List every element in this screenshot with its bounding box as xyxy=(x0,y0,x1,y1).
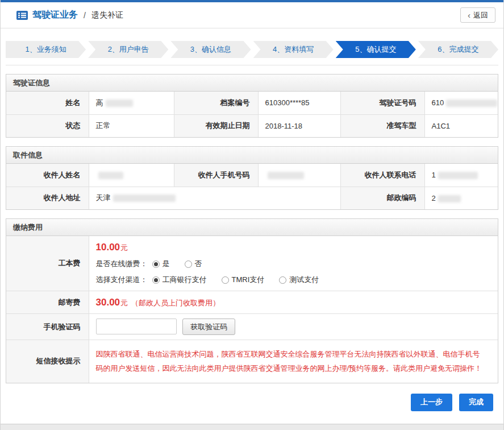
sms-code-cell: 获取验证码 xyxy=(89,314,498,340)
file-number-label: 档案编号 xyxy=(174,92,258,114)
step-tab-2[interactable]: 2、用户申告 xyxy=(88,41,168,58)
cost-fee-cell: 10.00元 是否在线缴费： 是 否 xyxy=(89,236,498,291)
table-row: 短信接收提示 因陕西省联通、电信运营商技术问题，陕西省互联网交通安全综合服务管理… xyxy=(6,340,498,383)
radio-unchecked-icon xyxy=(185,261,192,268)
postage-fee-cell: 30.00元（邮政人员上门收取费用） xyxy=(89,291,498,314)
redacted-text xyxy=(268,172,304,179)
redacted-text xyxy=(438,195,461,202)
recipient-address-value: 天津 xyxy=(89,187,340,209)
step-tab-3[interactable]: 3、确认信息 xyxy=(170,41,251,58)
page-header: 驾驶证业务 / 遗失补证 ‹ 返回 xyxy=(1,2,503,28)
recipient-phone-label: 收件人手机号码 xyxy=(174,164,258,187)
online-no-radio[interactable]: 否 xyxy=(185,259,202,269)
channel-test-label: 测试支付 xyxy=(289,275,319,285)
table-row: 收件人地址 天津 邮政编码 2 xyxy=(6,187,498,209)
radio-checked-icon xyxy=(152,276,160,284)
sms-code-input[interactable] xyxy=(96,319,177,334)
fee-table: 工本费 10.00元 是否在线缴费： 是 xyxy=(6,236,498,383)
channel-tmri-label: TMRI支付 xyxy=(232,275,265,285)
channel-test-radio[interactable]: 测试支付 xyxy=(279,275,319,285)
table-row: 邮寄费 30.00元（邮政人员上门收取费用） xyxy=(6,291,498,314)
step-tab-4[interactable]: 4、资料填写 xyxy=(253,41,334,58)
back-chevron-icon: ‹ xyxy=(468,11,470,19)
name-label: 姓名 xyxy=(6,92,89,114)
vehicle-type-label: 准驾车型 xyxy=(340,114,424,137)
fee-section: 缴纳费用 工本费 10.00元 是否在线缴费： 是 xyxy=(6,218,498,383)
status-label: 状态 xyxy=(6,114,89,137)
expiry-label: 有效期止日期 xyxy=(174,114,258,137)
payment-channel-row: 选择支付渠道： 工商银行支付 TMRI支付 测试支付 xyxy=(96,275,491,285)
redacted-text xyxy=(106,100,133,107)
postage-fee-label: 邮寄费 xyxy=(6,291,89,314)
pickup-info-section: 取件信息 收件人姓名 收件人手机号码 收件人联系电话 1 收件人地址 天津 邮政… xyxy=(6,146,498,210)
file-number-value: 610300****85 xyxy=(258,92,340,114)
license-number-value: 610 xyxy=(424,92,498,114)
back-button-label: 返回 xyxy=(473,10,488,20)
table-row: 状态 正常 有效期止日期 2018-11-18 准驾车型 A1C1 xyxy=(6,114,498,137)
back-button[interactable]: ‹ 返回 xyxy=(460,7,495,23)
footer-actions: 上一步 完成 xyxy=(11,394,493,411)
online-payment-row: 是否在线缴费： 是 否 xyxy=(96,259,491,269)
finish-button[interactable]: 完成 xyxy=(459,394,493,411)
breadcrumb-separator: / xyxy=(84,11,86,20)
recipient-tel-label: 收件人联系电话 xyxy=(340,164,424,187)
redacted-text xyxy=(446,100,497,107)
status-value: 正常 xyxy=(89,114,174,137)
license-info-table: 姓名 高 档案编号 610300****85 驾驶证号码 610 状态 正常 有… xyxy=(6,92,498,137)
radio-unchecked-icon xyxy=(279,276,286,284)
previous-step-button[interactable]: 上一步 xyxy=(411,394,452,411)
page-title: 驾驶证业务 xyxy=(32,9,78,21)
step-navigation: 1、业务须知 2、用户申告 3、确认信息 4、资料填写 5、确认提交 6、完成提… xyxy=(6,41,498,65)
online-no-label: 否 xyxy=(195,259,202,269)
header-title-group: 驾驶证业务 / 遗失补证 xyxy=(16,9,123,21)
table-row: 收件人姓名 收件人手机号码 收件人联系电话 1 xyxy=(6,164,498,187)
cost-fee-label: 工本费 xyxy=(6,236,89,291)
zip-code-value: 2 xyxy=(424,187,498,209)
pickup-info-table: 收件人姓名 收件人手机号码 收件人联系电话 1 收件人地址 天津 邮政编码 2 xyxy=(6,164,498,209)
get-code-button[interactable]: 获取验证码 xyxy=(182,319,235,335)
postage-note: （邮政人员上门收取费用） xyxy=(131,299,220,307)
bottom-strip xyxy=(1,424,503,430)
recipient-phone-value xyxy=(258,164,340,187)
payment-channel-question: 选择支付渠道： xyxy=(96,275,148,285)
fee-section-title: 缴纳费用 xyxy=(6,219,498,236)
license-number-label: 驾驶证号码 xyxy=(340,92,424,114)
main-content: 驾驶证信息 姓名 高 档案编号 610300****85 驾驶证号码 610 状… xyxy=(1,74,503,411)
recipient-address-label: 收件人地址 xyxy=(6,187,89,209)
postage-amount-number: 30.00 xyxy=(96,297,120,308)
sms-notice-text: 因陕西省联通、电信运营商技术问题，陕西省互联网交通安全综合服务管理平台无法向持陕… xyxy=(89,340,498,383)
breadcrumb-current: 遗失补证 xyxy=(91,10,123,20)
postage-amount-unit: 元 xyxy=(120,299,128,307)
name-value: 高 xyxy=(89,92,174,114)
zip-code-label: 邮政编码 xyxy=(340,187,424,209)
channel-tmri-radio[interactable]: TMRI支付 xyxy=(222,275,265,285)
recipient-name-label: 收件人姓名 xyxy=(6,164,89,187)
step-tab-1[interactable]: 1、业务须知 xyxy=(6,41,86,58)
table-row: 姓名 高 档案编号 610300****85 驾驶证号码 610 xyxy=(6,92,498,114)
license-section-title: 驾驶证信息 xyxy=(6,75,498,92)
step-tab-5-active[interactable]: 5、确认提交 xyxy=(336,41,416,58)
radio-unchecked-icon xyxy=(222,276,229,284)
recipient-tel-value: 1 xyxy=(424,164,498,187)
online-yes-radio[interactable]: 是 xyxy=(152,259,170,269)
recipient-name-value xyxy=(89,164,174,187)
redacted-text xyxy=(98,172,123,179)
form-icon xyxy=(16,11,28,20)
vehicle-type-value: A1C1 xyxy=(424,114,498,137)
online-yes-label: 是 xyxy=(163,259,170,269)
redacted-text xyxy=(113,195,176,202)
page: 驾驶证业务 / 遗失补证 ‹ 返回 1、业务须知 2、用户申告 3、确认信息 4… xyxy=(0,0,504,430)
step-tab-6[interactable]: 6、完成提交 xyxy=(418,41,498,58)
expiry-value: 2018-11-18 xyxy=(258,114,340,137)
cost-amount: 10.00元 xyxy=(96,242,491,253)
sms-notice-label: 短信接收提示 xyxy=(6,340,89,383)
cost-amount-number: 10.00 xyxy=(96,242,120,253)
cost-amount-unit: 元 xyxy=(120,243,128,252)
radio-checked-icon xyxy=(152,261,160,268)
online-payment-question: 是否在线缴费： xyxy=(96,259,148,269)
pickup-section-title: 取件信息 xyxy=(6,147,498,164)
channel-icbc-label: 工商银行支付 xyxy=(163,275,207,285)
channel-icbc-radio[interactable]: 工商银行支付 xyxy=(152,275,207,285)
table-row: 手机验证码 获取验证码 xyxy=(6,314,498,340)
redacted-text xyxy=(438,172,478,179)
